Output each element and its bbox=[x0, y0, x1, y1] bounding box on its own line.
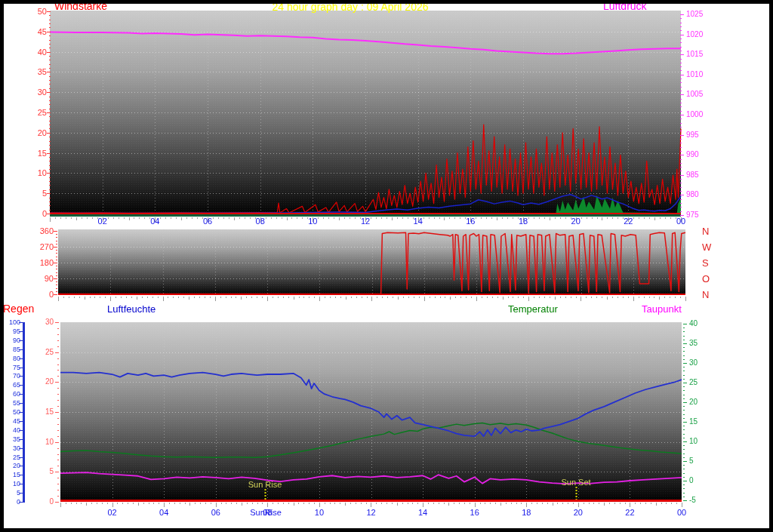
weather-graph-window: Windstärke 24 hour graph day : 09 April … bbox=[0, 0, 773, 532]
weather-graph-canvas bbox=[0, 0, 773, 532]
